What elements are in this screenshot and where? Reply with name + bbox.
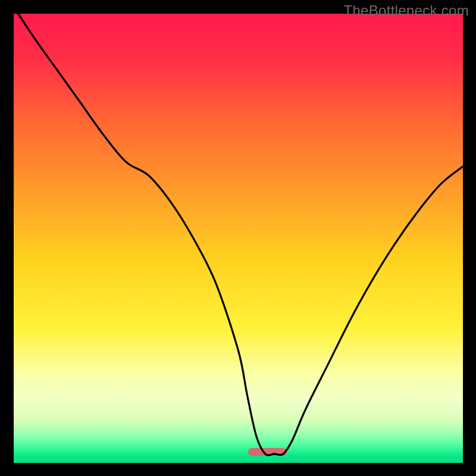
watermark-text: TheBottleneck.com (343, 2, 469, 19)
plot-area (14, 14, 463, 463)
optimal-range-bar (248, 448, 286, 456)
chart-frame: TheBottleneck.com (0, 0, 476, 476)
background-gradient (14, 14, 463, 463)
svg-rect-0 (14, 14, 463, 463)
